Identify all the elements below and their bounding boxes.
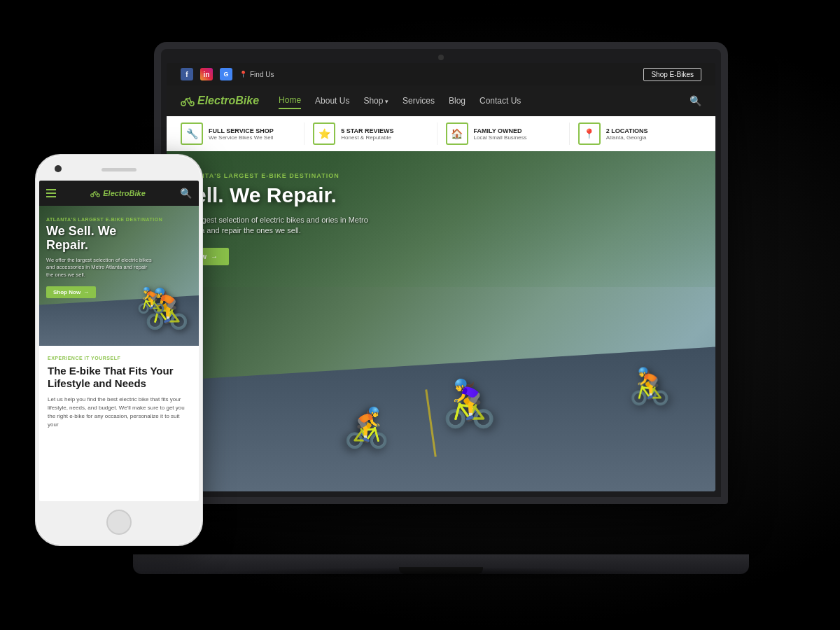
phone-screen: ElectroBike 🔍 🚴 🚴 ATLANTA'S LARGEST E-BI… [39, 181, 199, 501]
cyclist-1: 🚴 [342, 405, 391, 451]
mobile-section2-label: EXPERIENCE IT YOURSELF [48, 356, 190, 360]
logo-bike-icon [181, 95, 195, 106]
star-icon: ⭐ [313, 122, 335, 145]
laptop-body: f in G Find Us Shop E-Bikes [154, 42, 728, 504]
mobile-hero: 🚴 🚴 ATLANTA'S LARGEST E-BIKE DESTINATION… [39, 206, 199, 346]
hero-label: ATLANTA'S LARGEST E-BIKE DESTINATION [181, 172, 715, 179]
mobile-site: ElectroBike 🔍 🚴 🚴 ATLANTA'S LARGEST E-BI… [39, 181, 199, 501]
laptop-camera [438, 55, 444, 60]
website: f in G Find Us Shop E-Bikes [167, 63, 715, 491]
feature-full-service-text: FULL SERVICE SHOP We Service Bikes We Se… [209, 127, 274, 141]
site-topbar: f in G Find Us Shop E-Bikes [167, 63, 715, 85]
nav-about[interactable]: About Us [315, 93, 349, 108]
mobile-logo: ElectroBike [90, 189, 146, 197]
nav-home[interactable]: Home [279, 92, 301, 109]
cyclist-3: 🚴 [628, 366, 671, 407]
feature-locations: 📍 2 LOCATIONS Atlanta, Georgia [570, 122, 701, 145]
feature-family: 🏠 FAMILY OWNED Local Small Business [438, 122, 570, 145]
mobile-nav: ElectroBike 🔍 [39, 181, 199, 206]
mobile-hero-label: ATLANTA'S LARGEST E-BIKE DESTINATION [46, 217, 162, 222]
hero-content: ATLANTA'S LARGEST E-BIKE DESTINATION Sel… [181, 172, 715, 265]
wrench-icon: 🔧 [181, 122, 203, 145]
instagram-icon[interactable]: in [200, 68, 213, 80]
mobile-section-2: EXPERIENCE IT YOURSELF The E-bike That F… [39, 346, 199, 439]
mobile-hero-title: We Sell. We Repair. [46, 225, 151, 253]
nav-services[interactable]: Services [402, 93, 435, 108]
topbar-social: f in G Find Us [181, 68, 274, 80]
laptop-screen: f in G Find Us Shop E-Bikes [167, 63, 715, 491]
phone-outer: ElectroBike 🔍 🚴 🚴 ATLANTA'S LARGEST E-BI… [35, 154, 203, 546]
site-logo[interactable]: ElectroBike [181, 94, 259, 107]
nav-shop[interactable]: Shop [363, 93, 388, 108]
mobile-hero-cta[interactable]: Shop Now [46, 286, 96, 298]
feature-family-text: FAMILY OWNED Local Small Business [474, 127, 527, 141]
nav-contact[interactable]: Contact Us [479, 93, 521, 108]
shop-ebikes-button[interactable]: Shop E-Bikes [643, 68, 701, 81]
nav-blog[interactable]: Blog [449, 93, 465, 108]
nav-items: Home About Us Shop Services Blog Contact… [279, 92, 687, 109]
mobile-section2-text: Let us help you find the best electric b… [48, 396, 190, 429]
find-us-link[interactable]: Find Us [239, 71, 274, 78]
cyclist-2: 🚴‍♀️ [441, 377, 498, 430]
hero-title-sell: Sell. We Repair. [181, 183, 337, 206]
family-icon: 🏠 [446, 122, 468, 145]
phone-camera [55, 165, 62, 172]
phone-home-button[interactable] [106, 510, 132, 535]
hero-title: Sell. We Repair. [181, 183, 715, 206]
location-icon: 📍 [578, 122, 601, 145]
mobile-hero-content: ATLANTA'S LARGEST E-BIKE DESTINATION We … [46, 217, 162, 298]
features-bar: 🔧 FULL SERVICE SHOP We Service Bikes We … [167, 116, 715, 151]
mobile-search-icon[interactable]: 🔍 [180, 188, 192, 199]
mobile-hero-text: We offer the largest selection of electr… [46, 257, 155, 279]
phone-speaker [102, 168, 136, 172]
svg-point-2 [189, 97, 190, 99]
feature-reviews-text: 5 Star Reviews Honest & Reputable [341, 127, 393, 141]
feature-full-service: 🔧 FULL SERVICE SHOP We Service Bikes We … [181, 122, 304, 145]
google-icon[interactable]: G [220, 68, 232, 80]
hero-section: 🚴 🚴‍♀️ 🚴 ATLANTA'S LARGEST E-BIKE DESTIN… [167, 151, 715, 491]
phone-device: ElectroBike 🔍 🚴 🚴 ATLANTA'S LARGEST E-BI… [35, 154, 203, 546]
feature-locations-text: 2 LOCATIONS Atlanta, Georgia [606, 127, 648, 141]
mobile-logo-icon [90, 189, 100, 197]
laptop-shadow [196, 567, 686, 581]
mobile-section2-title: The E-bike That Fits Your Lifestyle and … [48, 365, 190, 390]
search-icon[interactable]: 🔍 [690, 95, 701, 106]
laptop-device: f in G Find Us Shop E-Bikes [154, 42, 728, 574]
hamburger-menu[interactable] [46, 189, 56, 197]
site-nav: ElectroBike Home About Us Shop Services … [167, 85, 715, 116]
facebook-icon[interactable]: f [181, 68, 193, 80]
feature-reviews: ⭐ 5 Star Reviews Honest & Reputable [304, 122, 437, 145]
hero-subtitle: the largest selection of electric bikes … [181, 215, 391, 237]
